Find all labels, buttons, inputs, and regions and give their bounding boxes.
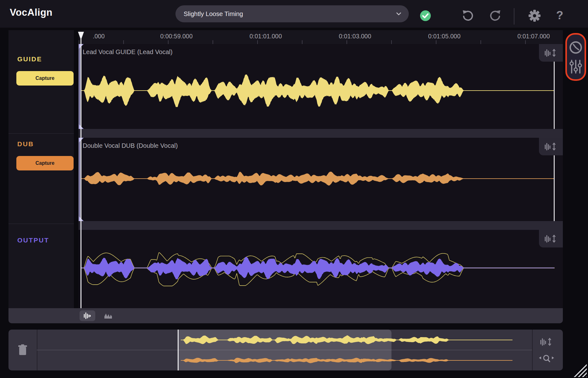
gear-icon — [528, 9, 541, 22]
track-gap-strip — [79, 221, 563, 230]
redo-button[interactable] — [489, 9, 502, 22]
guide-waveform — [79, 44, 563, 129]
waveform-vertical-zoom-icon — [544, 48, 558, 58]
ruler-label: 0:01:03.000 — [339, 33, 371, 40]
waveform-vertical-zoom-icon — [544, 234, 558, 243]
overview-zoom-panel — [532, 330, 561, 370]
track-gap-strip — [79, 129, 563, 138]
overview-playhead[interactable] — [178, 330, 179, 370]
dub-track-lane[interactable]: Double Vocal DUB (Double Vocal) — [79, 138, 563, 221]
settings-button[interactable] — [528, 9, 541, 22]
sidebar-divider — [8, 224, 74, 224]
view-mode-strip — [8, 308, 563, 323]
trash-icon — [17, 344, 28, 356]
check-circle-icon — [420, 10, 431, 21]
timeline-ruler[interactable]: .000 0:00:59.000 0:01:01.000 0:01:03.000… — [8, 30, 563, 44]
help-icon: ? — [556, 9, 563, 21]
output-track-label: OUTPUT — [17, 236, 49, 244]
toolbar-divider — [514, 8, 514, 25]
sidebar-divider — [8, 133, 74, 134]
guide-capture-button[interactable]: Capture — [16, 71, 74, 86]
preset-dropdown[interactable]: Slightly Loose Timing — [175, 5, 409, 22]
app-title: VocAlign — [10, 7, 53, 18]
waveform-view-button[interactable] — [80, 310, 95, 321]
sliders-icon — [569, 59, 583, 74]
guide-track-label: GUIDE — [17, 55, 42, 63]
guide-waveform-zoom-button[interactable] — [539, 44, 563, 62]
overview-bar — [8, 330, 563, 370]
output-track-lane[interactable] — [79, 230, 563, 308]
redo-icon — [489, 9, 502, 22]
guide-track-lane[interactable]: Lead Vocal GUIDE (Lead Vocal) — [79, 44, 563, 129]
timing-button[interactable] — [568, 39, 583, 56]
waveform-view-icon — [83, 312, 92, 320]
top-bar: VocAlign Slightly Loose Timing — [0, 0, 588, 28]
waveform-vertical-zoom-icon — [544, 142, 558, 151]
alignment-tools-panel — [565, 33, 586, 81]
help-button[interactable]: ? — [553, 9, 566, 21]
dub-waveform-zoom-button[interactable] — [539, 138, 563, 155]
spectrogram-view-button[interactable] — [100, 310, 116, 321]
sidebar: GUIDE Capture DUB Capture OUTPUT — [8, 44, 74, 308]
clock-icon — [569, 41, 583, 54]
preset-value: Slightly Loose Timing — [184, 10, 243, 18]
spectrogram-view-icon — [103, 312, 113, 320]
ruler-label: .000 — [93, 33, 105, 40]
status-check-button[interactable] — [419, 9, 432, 22]
horizontal-zoom-button[interactable] — [537, 352, 556, 365]
playhead-line[interactable] — [80, 39, 81, 308]
ruler-label: 0:00:59.000 — [160, 33, 192, 40]
horizontal-zoom-icon — [538, 354, 555, 363]
vertical-zoom-button[interactable] — [537, 336, 556, 348]
output-waveform-zoom-button[interactable] — [539, 230, 563, 247]
undo-button[interactable] — [462, 9, 474, 22]
dub-capture-button[interactable]: Capture — [16, 156, 74, 170]
sidebar-track-gap — [74, 30, 79, 308]
waveform-vertical-zoom-icon — [540, 337, 553, 347]
output-waveform — [79, 230, 563, 308]
undo-icon — [462, 9, 474, 22]
mix-sliders-button[interactable] — [568, 58, 583, 75]
vocalign-window: VocAlign Slightly Loose Timing — [0, 0, 588, 378]
dub-track-label: DUB — [17, 140, 34, 148]
overview-waveforms — [37, 330, 532, 370]
window-resize-grip[interactable] — [572, 363, 587, 377]
ruler-label: 0:01:05.000 — [428, 33, 460, 40]
ruler-label: 0:01:01.000 — [249, 33, 282, 40]
dub-waveform — [79, 138, 563, 221]
chevron-down-icon — [396, 12, 402, 16]
clear-audio-button[interactable] — [8, 330, 37, 370]
ruler-label: 0:01:07.000 — [517, 33, 550, 40]
